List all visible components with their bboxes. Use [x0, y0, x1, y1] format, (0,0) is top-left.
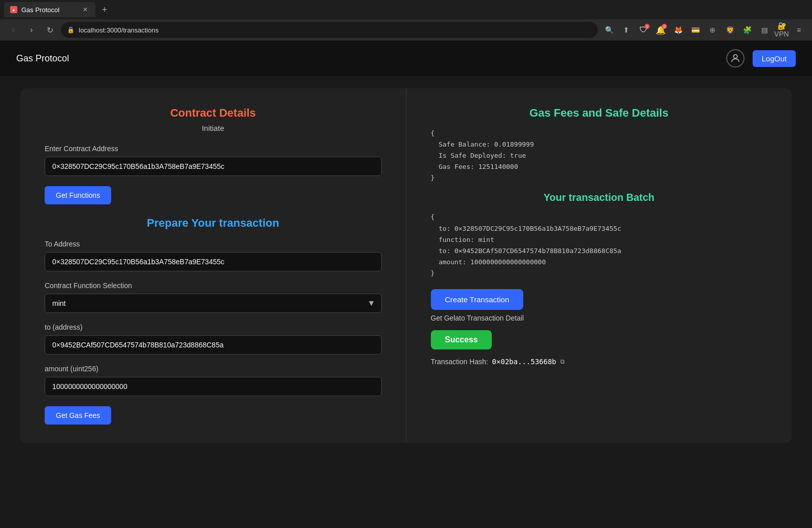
gelato-link[interactable]: Get Gelato Transaction Detail	[431, 314, 768, 322]
transaction-hash-row: Transaction Hash: 0×02ba...53668b ⧉	[431, 358, 768, 366]
browser-chrome: ▲ Gas Protocol ✕ + ‹ › ↻ 🔒 localhost:300…	[0, 0, 812, 41]
to-address-input[interactable]	[45, 252, 382, 271]
batch-function-label: function:	[438, 236, 474, 243]
contract-address-input[interactable]	[45, 157, 382, 176]
transaction-batch-json: { to: 0×328507DC29C95c170B56a1b3A758eB7a…	[431, 212, 768, 279]
extension-tor-icon[interactable]: ⊕	[705, 23, 720, 37]
gas-fees-label: Gas Fees:	[438, 163, 474, 170]
batch-to-value: 0×328507DC29C95c170B56a1b3A758eB7a9E7345…	[454, 225, 621, 232]
contract-details-title: Contract Details	[45, 107, 382, 120]
menu-icon[interactable]: ≡	[792, 23, 806, 37]
logout-button[interactable]: LogOut	[753, 50, 796, 67]
user-avatar[interactable]	[726, 49, 745, 67]
contract-function-group: Contract Function Selection mint transfe…	[45, 281, 382, 313]
svg-point-0	[733, 55, 737, 58]
share-icon-btn[interactable]: ⬆	[619, 23, 633, 37]
contract-function-select[interactable]: mint transfer approve	[45, 294, 382, 313]
back-button[interactable]: ‹	[6, 23, 20, 37]
reload-button[interactable]: ↻	[43, 23, 57, 37]
external-link-icon[interactable]: ⧉	[560, 358, 565, 365]
to-address-label: To Address	[45, 240, 382, 248]
main-content: Contract Details Initiate Enter Contract…	[0, 76, 812, 455]
batch-to-label: to:	[438, 225, 450, 232]
contract-address-group: Enter Contract Address	[45, 145, 382, 176]
to-address-group: To Address	[45, 240, 382, 271]
batch-amount-value: 1000000000000000000	[470, 258, 546, 266]
lock-icon: 🔒	[67, 26, 75, 33]
new-tab-button[interactable]: +	[97, 3, 112, 17]
extension-brave-icon[interactable]: 🦁	[723, 23, 737, 37]
url-text: localhost:3000/transactions	[79, 26, 159, 34]
is-safe-deployed-label: Is Safe Deployed:	[438, 152, 506, 159]
active-tab[interactable]: ▲ Gas Protocol ✕	[4, 2, 95, 17]
browser-toolbar: ‹ › ↻ 🔒 localhost:3000/transactions 🔍 ⬆ …	[0, 19, 812, 41]
amount-input[interactable]	[45, 377, 382, 396]
to-param-label: to (address)	[45, 323, 382, 331]
tab-favicon: ▲	[10, 6, 17, 13]
extension-wallet-icon[interactable]: 💳	[688, 23, 702, 37]
extension-badge-2[interactable]: 🔔 0	[654, 23, 668, 37]
search-icon-btn[interactable]: 🔍	[602, 23, 616, 37]
prepare-title: Prepare Your transaction	[45, 217, 382, 230]
safe-balance-label: Safe Balance:	[438, 140, 490, 148]
tab-close-btn[interactable]: ✕	[81, 6, 89, 14]
gas-fees-json: { Safe Balance: 0.01899999 Is Safe Deplo…	[431, 128, 768, 184]
to-param-group: to (address)	[45, 323, 382, 355]
create-transaction-button[interactable]: Create Transaction	[431, 289, 524, 310]
to-param-input[interactable]	[45, 335, 382, 355]
contract-function-label: Contract Function Selection	[45, 281, 382, 290]
contract-address-label: Enter Contract Address	[45, 145, 382, 153]
left-panel: Contract Details Initiate Enter Contract…	[20, 88, 407, 443]
get-functions-button[interactable]: Get Functions	[45, 186, 111, 204]
header-right: LogOut	[726, 49, 796, 67]
extension-sidebar-icon[interactable]: ▤	[757, 23, 771, 37]
tab-bar: ▲ Gas Protocol ✕ +	[0, 0, 812, 19]
transaction-hash-value: 0×02ba...53668b	[492, 358, 556, 366]
gas-fees-title: Gas Fees and Safe Details	[431, 107, 768, 120]
batch-to2-value: 0×9452BCAf507CD6547574b78B810a723d8868C8…	[454, 247, 621, 255]
gas-fees-value: 1251140000	[478, 163, 518, 170]
batch-to2-label: to:	[438, 247, 450, 255]
batch-function-value: mint	[478, 236, 494, 243]
safe-balance-value: 0.01899999	[494, 140, 534, 148]
amount-label: amount (uint256)	[45, 365, 382, 373]
app-title: Gas Protocol	[16, 53, 69, 64]
close-brace-2: }	[431, 269, 435, 277]
extension-puzzle-icon[interactable]: 🧩	[740, 23, 754, 37]
amount-group: amount (uint256)	[45, 365, 382, 396]
transaction-batch-title: Your transaction Batch	[431, 192, 768, 203]
main-card: Contract Details Initiate Enter Contract…	[20, 88, 792, 443]
extension-badge-1[interactable]: 🛡 1	[636, 23, 651, 37]
vpn-icon[interactable]: 🔐 VPN	[774, 23, 789, 37]
initiate-label: Initiate	[45, 124, 382, 132]
transaction-hash-label: Transaction Hash:	[431, 358, 488, 366]
toolbar-extension-icons: 🔍 ⬆ 🛡 1 🔔 0 🦊 💳 ⊕ 🦁 🧩 ▤ 🔐 VPN ≡	[602, 23, 806, 37]
app-header: Gas Protocol LogOut	[0, 41, 812, 76]
success-badge: Success	[431, 330, 768, 358]
open-brace-2: {	[431, 213, 435, 221]
extension-fox-icon[interactable]: 🦊	[671, 23, 685, 37]
tab-title: Gas Protocol	[21, 6, 59, 14]
address-bar[interactable]: 🔒 localhost:3000/transactions	[61, 22, 598, 38]
right-panel: Gas Fees and Safe Details { Safe Balance…	[407, 88, 792, 443]
close-brace-1: }	[431, 174, 435, 182]
batch-amount-label: amount:	[438, 258, 466, 266]
forward-button[interactable]: ›	[24, 23, 39, 37]
get-gas-fees-button[interactable]: Get Gas Fees	[45, 406, 111, 425]
is-safe-deployed-value: true	[510, 152, 526, 159]
contract-function-select-wrap: mint transfer approve ▼	[45, 294, 382, 313]
open-brace-1: {	[431, 129, 435, 137]
